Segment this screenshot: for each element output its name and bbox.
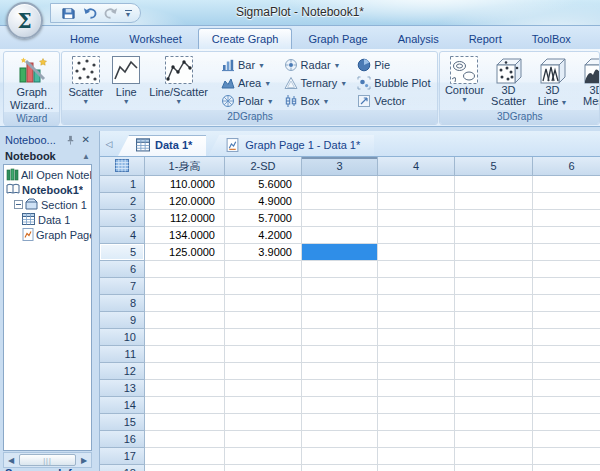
cell-r12c6[interactable] bbox=[533, 363, 600, 380]
cell-r2c1[interactable]: 120.0000 bbox=[145, 193, 225, 210]
cell-r11c6[interactable] bbox=[533, 346, 600, 363]
document-tab-data-1[interactable]: Data 1* bbox=[118, 135, 206, 156]
scroll-left-icon[interactable]: ◀ bbox=[5, 456, 17, 465]
cell-r7c4[interactable] bbox=[378, 278, 455, 295]
3d-mesh-button[interactable]: 3DMesh bbox=[574, 53, 600, 107]
cell-r2c3[interactable] bbox=[302, 193, 378, 210]
cell-r15c2[interactable] bbox=[225, 414, 302, 431]
column-header-2[interactable]: 2-SD bbox=[225, 157, 302, 176]
cell-r13c4[interactable] bbox=[378, 380, 455, 397]
cell-r13c2[interactable] bbox=[225, 380, 302, 397]
cell-r5c6[interactable] bbox=[533, 244, 600, 261]
cell-r17c4[interactable] bbox=[378, 448, 455, 465]
cell-r11c1[interactable] bbox=[145, 346, 225, 363]
cell-r7c5[interactable] bbox=[455, 278, 533, 295]
cell-r13c5[interactable] bbox=[455, 380, 533, 397]
cell-r16c2[interactable] bbox=[225, 431, 302, 448]
cell-r16c6[interactable] bbox=[533, 431, 600, 448]
notebook-panel-scrollbar[interactable]: ◀ ||| ▶ bbox=[3, 452, 92, 468]
cell-r9c3[interactable] bbox=[302, 312, 378, 329]
row-header-2[interactable]: 2 bbox=[100, 193, 145, 210]
row-header-17[interactable]: 17 bbox=[100, 448, 145, 465]
tree-item-graph-page-1[interactable]: Graph Page 1 bbox=[4, 227, 91, 242]
cell-r5c5[interactable] bbox=[455, 244, 533, 261]
cell-r2c2[interactable]: 4.9000 bbox=[225, 193, 302, 210]
cell-r12c5[interactable] bbox=[455, 363, 533, 380]
cell-r11c3[interactable] bbox=[302, 346, 378, 363]
cell-r17c3[interactable] bbox=[302, 448, 378, 465]
line-scatter-button[interactable]: Line/Scatter▼ bbox=[145, 53, 212, 105]
cell-r8c3[interactable] bbox=[302, 295, 378, 312]
row-header-7[interactable]: 7 bbox=[100, 278, 145, 295]
cell-r16c1[interactable] bbox=[145, 431, 225, 448]
cell-r15c5[interactable] bbox=[455, 414, 533, 431]
cell-r5c2[interactable]: 3.9000 bbox=[225, 244, 302, 261]
tree-item-all-open-notebooks[interactable]: All Open Notebooks bbox=[4, 167, 91, 182]
cell-r2c4[interactable] bbox=[378, 193, 455, 210]
row-header-13[interactable]: 13 bbox=[100, 380, 145, 397]
area-button[interactable]: Area▼ bbox=[218, 75, 277, 91]
cell-r4c6[interactable] bbox=[533, 227, 600, 244]
cell-r14c3[interactable] bbox=[302, 397, 378, 414]
row-header-4[interactable]: 4 bbox=[100, 227, 145, 244]
row-header-3[interactable]: 3 bbox=[100, 210, 145, 227]
cell-r7c2[interactable] bbox=[225, 278, 302, 295]
cell-r3c1[interactable]: 112.0000 bbox=[145, 210, 225, 227]
cell-r14c6[interactable] bbox=[533, 397, 600, 414]
notebook-section-header[interactable]: Notebook ▲ bbox=[3, 148, 92, 164]
cell-r15c1[interactable] bbox=[145, 414, 225, 431]
cell-r13c3[interactable] bbox=[302, 380, 378, 397]
bar-button[interactable]: Bar▼ bbox=[218, 57, 277, 73]
cell-r4c4[interactable] bbox=[378, 227, 455, 244]
row-header-10[interactable]: 10 bbox=[100, 329, 145, 346]
vector-button[interactable]: Vector bbox=[354, 93, 433, 109]
bubble-plot-button[interactable]: Bubble Plot bbox=[354, 75, 433, 91]
cell-r6c2[interactable] bbox=[225, 261, 302, 278]
cell-r10c2[interactable] bbox=[225, 329, 302, 346]
cell-r17c2[interactable] bbox=[225, 448, 302, 465]
cell-r9c4[interactable] bbox=[378, 312, 455, 329]
cell-r16c4[interactable] bbox=[378, 431, 455, 448]
cell-r10c1[interactable] bbox=[145, 329, 225, 346]
tree-item-data-1[interactable]: Data 1 bbox=[4, 212, 91, 227]
ribbon-tab-create-graph[interactable]: Create Graph bbox=[198, 28, 293, 49]
row-header-9[interactable]: 9 bbox=[100, 312, 145, 329]
row-header-15[interactable]: 15 bbox=[100, 414, 145, 431]
cell-r1c1[interactable]: 110.0000 bbox=[145, 176, 225, 193]
cell-r8c1[interactable] bbox=[145, 295, 225, 312]
cell-r18c4[interactable] bbox=[378, 465, 455, 471]
radar-button[interactable]: Radar▼ bbox=[281, 57, 351, 73]
cell-r12c1[interactable] bbox=[145, 363, 225, 380]
cell-r10c3[interactable] bbox=[302, 329, 378, 346]
graph-wizard-button[interactable]: Graph Wizard... bbox=[6, 53, 57, 111]
pin-icon[interactable] bbox=[62, 132, 79, 148]
row-header-12[interactable]: 12 bbox=[100, 363, 145, 380]
cell-r1c5[interactable] bbox=[455, 176, 533, 193]
row-header-14[interactable]: 14 bbox=[100, 397, 145, 414]
cell-r10c4[interactable] bbox=[378, 329, 455, 346]
scroll-right-icon[interactable]: ▶ bbox=[78, 456, 90, 465]
ribbon-tab-toolbox[interactable]: ToolBox bbox=[518, 28, 585, 49]
column-header-3[interactable]: 3 bbox=[302, 157, 378, 176]
cell-r10c5[interactable] bbox=[455, 329, 533, 346]
cell-r6c3[interactable] bbox=[302, 261, 378, 278]
close-icon[interactable]: ✕ bbox=[82, 134, 90, 145]
cell-r6c5[interactable] bbox=[455, 261, 533, 278]
cell-r10c6[interactable] bbox=[533, 329, 600, 346]
cell-r14c4[interactable] bbox=[378, 397, 455, 414]
cell-r17c5[interactable] bbox=[455, 448, 533, 465]
cell-r18c3[interactable] bbox=[302, 465, 378, 471]
cell-r12c2[interactable] bbox=[225, 363, 302, 380]
cell-r18c5[interactable] bbox=[455, 465, 533, 471]
cell-r8c6[interactable] bbox=[533, 295, 600, 312]
row-header-6[interactable]: 6 bbox=[100, 261, 145, 278]
cell-r14c1[interactable] bbox=[145, 397, 225, 414]
cell-r18c2[interactable] bbox=[225, 465, 302, 471]
cell-r4c2[interactable]: 4.2000 bbox=[225, 227, 302, 244]
cell-r17c1[interactable] bbox=[145, 448, 225, 465]
row-header-18[interactable]: 18 bbox=[100, 465, 145, 471]
cell-r1c2[interactable]: 5.6000 bbox=[225, 176, 302, 193]
3d-line-button[interactable]: 3DLine ▼ bbox=[530, 53, 574, 107]
row-header-8[interactable]: 8 bbox=[100, 295, 145, 312]
cell-r14c5[interactable] bbox=[455, 397, 533, 414]
